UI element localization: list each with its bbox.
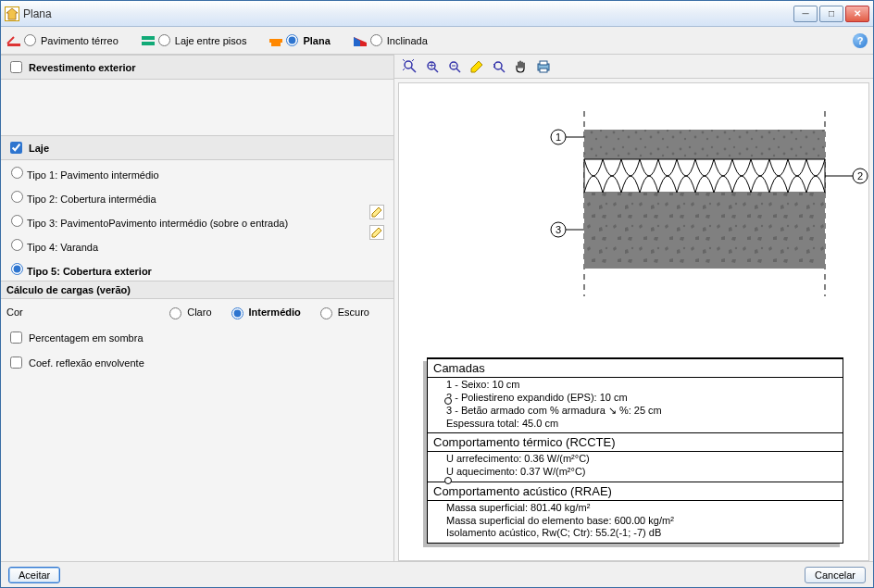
cor-intermedio[interactable]: Intermédio [227, 305, 301, 319]
footer: Aceitar Cancelar [1, 561, 873, 587]
pan-icon[interactable] [513, 58, 530, 75]
coef-reflexao-checkbox[interactable] [10, 357, 22, 369]
accept-button[interactable]: Aceitar [8, 567, 60, 583]
window-controls: ─ □ ✕ [793, 6, 869, 22]
toolbar-radio-plana[interactable] [286, 34, 298, 46]
minimize-button[interactable]: ─ [793, 6, 818, 22]
svg-marker-19 [471, 61, 482, 72]
svg-rect-5 [269, 39, 282, 43]
main-toolbar: Pavimento térreo Laje entre pisos Plana … [1, 27, 873, 55]
termico-body: U arrefecimento: 0.36 W/(m²°C) U aquecim… [428, 451, 843, 482]
cor-row: Cor Claro Intermédio Escuro [6, 299, 388, 325]
help-icon[interactable]: ? [853, 33, 868, 48]
window-title: Plana [23, 7, 52, 20]
laje-tipo-3[interactable]: Tipo 3: PavimentoPavimento intermédio (s… [6, 208, 369, 232]
svg-rect-6 [271, 43, 281, 46]
toolbar-item-inclinada[interactable]: Inclinada [353, 33, 428, 48]
revestimento-header: Revestimento exterior [1, 55, 393, 80]
laje-tipo-5[interactable]: Tipo 5: Cobertura exterior [6, 256, 369, 281]
slab-icon [141, 33, 156, 48]
svg-text:3: 3 [556, 224, 561, 235]
properties-table: Camadas 1 - Seixo: 10 cm 2 - Poliestiren… [427, 357, 843, 544]
acustico-body: Massa superficial: 801.40 kg/m² Massa su… [428, 500, 843, 543]
content-area: Revestimento exterior Laje Tipo 1: Pavim… [1, 55, 873, 561]
toolbar-radio-inclinada[interactable] [370, 34, 382, 46]
svg-marker-0 [6, 8, 18, 19]
camadas-title: Camadas [428, 358, 843, 377]
section-diagram: 1 2 3 [399, 83, 869, 380]
acustico-title: Comportamento acústico (RRAE) [428, 482, 843, 500]
camadas-body: 1 - Seixo: 10 cm 2 - Poliestireno expand… [428, 377, 843, 432]
svg-line-2 [7, 37, 14, 44]
floor-icon [6, 33, 21, 48]
svg-rect-39 [584, 193, 825, 269]
svg-marker-10 [372, 228, 381, 237]
laje-tipo-4[interactable]: Tipo 4: Varanda [6, 232, 369, 256]
titlebar: Plana ─ □ ✕ [1, 1, 873, 27]
svg-line-17 [456, 69, 460, 72]
svg-text:1: 1 [556, 131, 561, 143]
laje-tipo-2[interactable]: Tipo 2: Cobertura intermédia [6, 184, 369, 208]
zoom-previous-icon[interactable] [491, 58, 507, 75]
view-toolbar: + [394, 55, 873, 79]
flat-roof-icon [268, 33, 283, 48]
print-icon[interactable] [535, 58, 552, 75]
svg-rect-23 [540, 69, 547, 72]
zoom-draw-icon[interactable] [468, 58, 485, 75]
edit-icon-2[interactable] [369, 225, 384, 240]
zoom-window-icon[interactable]: + [424, 58, 441, 75]
perc-sombra-checkbox[interactable] [10, 332, 22, 344]
maximize-button[interactable]: □ [819, 6, 843, 22]
toolbar-item-pavimento-terreo[interactable]: Pavimento térreo [6, 33, 119, 48]
cancel-button[interactable]: Cancelar [805, 567, 866, 583]
svg-rect-37 [584, 130, 825, 159]
svg-text:+: + [429, 59, 434, 70]
svg-point-20 [494, 62, 502, 69]
laje-header: Laje [1, 135, 393, 160]
close-button[interactable]: ✕ [845, 6, 869, 22]
zoom-extents-icon[interactable] [402, 58, 418, 75]
laje-option-list: Tipo 1: Pavimento intermédio Tipo 2: Cob… [6, 160, 369, 281]
svg-rect-1 [7, 44, 20, 46]
right-panel: + [393, 55, 873, 561]
drawing-canvas[interactable]: 1 2 3 Camadas 1 - Seixo: 10 cm 2 - Polie… [398, 82, 869, 561]
svg-rect-22 [540, 61, 547, 65]
termico-title: Comportamento térmico (RCCTE) [428, 432, 843, 451]
cor-escuro[interactable]: Escuro [316, 305, 369, 319]
svg-rect-4 [142, 42, 155, 45]
pitched-roof-icon [353, 33, 368, 48]
window: Plana ─ □ ✕ Pavimento térreo Laje entre … [0, 0, 874, 588]
left-panel: Revestimento exterior Laje Tipo 1: Pavim… [1, 55, 393, 561]
cor-claro[interactable]: Claro [165, 305, 211, 319]
coef-reflexao-row[interactable]: Coef. reflexão envolvente [6, 350, 388, 375]
svg-text:2: 2 [857, 170, 863, 181]
zoom-out-icon[interactable] [446, 58, 463, 75]
toolbar-radio-laje-entre-pisos[interactable] [158, 34, 170, 46]
svg-marker-9 [372, 207, 381, 217]
laje-checkbox[interactable] [10, 142, 22, 154]
toolbar-item-plana[interactable]: Plana [268, 33, 330, 48]
svg-line-14 [434, 69, 438, 72]
revestimento-checkbox[interactable] [10, 61, 22, 73]
toolbar-radio-pavimento-terreo[interactable] [24, 34, 36, 46]
toolbar-item-laje-entre-pisos[interactable]: Laje entre pisos [141, 33, 247, 48]
svg-rect-3 [142, 36, 155, 40]
app-icon [5, 6, 19, 21]
laje-tipo-1[interactable]: Tipo 1: Pavimento intermédio [6, 160, 369, 184]
calc-header: Cálculo de cargas (verão) [1, 281, 393, 299]
edit-icon-1[interactable] [369, 205, 384, 219]
perc-sombra-row[interactable]: Percentagem em sombra [6, 325, 388, 350]
svg-point-11 [405, 61, 412, 69]
